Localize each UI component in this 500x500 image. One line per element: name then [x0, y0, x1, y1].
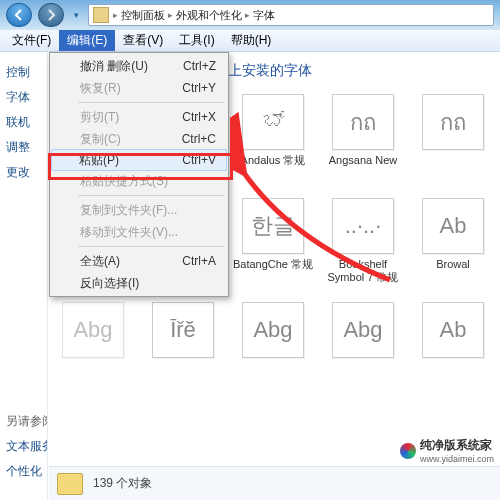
font-label: Bookshelf Symbol 7 常规 [320, 258, 406, 284]
menu-file[interactable]: 文件(F) [4, 30, 59, 51]
font-item[interactable]: Abg [50, 302, 136, 402]
font-item[interactable]: กถAngsana New [320, 94, 406, 194]
font-item[interactable]: Īřĕ [140, 302, 226, 402]
nav-history-dropdown[interactable]: ▾ [70, 10, 82, 20]
menu-copy-to: 复制到文件夹(F)... [52, 199, 226, 221]
font-item[interactable]: ..·..·Bookshelf Symbol 7 常规 [320, 198, 406, 298]
sidebar-link[interactable]: 字体 [0, 85, 47, 110]
font-item[interactable]: Abg [320, 302, 406, 402]
menu-copy: 复制(C)Ctrl+C [52, 128, 226, 150]
menu-invert-selection[interactable]: 反向选择(I) [52, 272, 226, 294]
watermark-logo-icon [400, 443, 416, 459]
font-thumb: Ab [422, 302, 484, 358]
sidebar-link[interactable]: 调整 [0, 135, 47, 160]
font-item[interactable]: Abg [230, 302, 316, 402]
font-thumb: ..·..· [332, 198, 394, 254]
menu-select-all[interactable]: 全选(A)Ctrl+A [52, 250, 226, 272]
breadcrumb[interactable]: ▸ 控制面板 ▸ 外观和个性化 ▸ 字体 [113, 8, 275, 23]
window-titlebar: ▾ ▸ 控制面板 ▸ 外观和个性化 ▸ 字体 [0, 0, 500, 30]
sidebar: 控制 字体 联机 调整 更改 另请参阅 文本服务和输入语言 个性化 [0, 52, 48, 500]
font-thumb: กถ [422, 94, 484, 150]
menu-paste-shortcut: 粘贴快捷方式(S) [52, 170, 226, 192]
font-thumb: ಬ್ [242, 94, 304, 150]
font-item[interactable]: AbBrowal [410, 198, 496, 298]
watermark-url: www.yidaimei.com [420, 454, 494, 464]
sidebar-link[interactable]: 更改 [0, 160, 47, 185]
crumb-0[interactable]: 控制面板 [121, 8, 165, 23]
menu-edit[interactable]: 编辑(E) [59, 30, 115, 51]
sidebar-link[interactable]: 联机 [0, 110, 47, 135]
menu-cut: 剪切(T)Ctrl+X [52, 106, 226, 128]
font-thumb: Īřĕ [152, 302, 214, 358]
menu-tools[interactable]: 工具(I) [171, 30, 222, 51]
font-thumb: Abg [242, 302, 304, 358]
font-label: Andalus 常规 [241, 154, 306, 167]
status-bar: 139 个对象 [49, 466, 500, 500]
folder-icon [57, 473, 83, 495]
menu-redo: 恢复(R)Ctrl+Y [52, 77, 226, 99]
font-thumb: Ab [422, 198, 484, 254]
font-item[interactable]: ಬ್Andalus 常规 [230, 94, 316, 194]
menu-bar: 文件(F) 编辑(E) 查看(V) 工具(I) 帮助(H) [0, 30, 500, 52]
menu-help[interactable]: 帮助(H) [223, 30, 280, 51]
font-label: Angsana New [329, 154, 398, 167]
font-thumb: Abg [62, 302, 124, 358]
menu-paste[interactable]: 粘贴(P)Ctrl+V [51, 149, 227, 171]
sidebar-link[interactable]: 控制 [0, 60, 47, 85]
font-thumb: 한글 [242, 198, 304, 254]
font-label: BatangChe 常规 [233, 258, 313, 271]
sidebar-link-ime[interactable]: 文本服务和输入语言 [0, 434, 47, 459]
crumb-1[interactable]: 外观和个性化 [176, 8, 242, 23]
crumb-2[interactable]: 字体 [253, 8, 275, 23]
menu-undo[interactable]: 撤消 删除(U)Ctrl+Z [52, 55, 226, 77]
see-also-label: 另请参阅 [0, 409, 47, 434]
edit-dropdown: 撤消 删除(U)Ctrl+Z 恢复(R)Ctrl+Y 剪切(T)Ctrl+X 复… [49, 52, 229, 297]
sidebar-link-personalize[interactable]: 个性化 [0, 459, 47, 484]
font-item[interactable]: Ab [410, 302, 496, 402]
watermark: 纯净版系统家 www.yidaimei.com [400, 437, 494, 464]
font-item[interactable]: กถ [410, 94, 496, 194]
address-bar[interactable]: ▸ 控制面板 ▸ 外观和个性化 ▸ 字体 [88, 4, 494, 26]
nav-back-button[interactable] [6, 3, 32, 27]
folder-icon [93, 7, 109, 23]
font-item[interactable]: 한글BatangChe 常规 [230, 198, 316, 298]
font-thumb: กถ [332, 94, 394, 150]
menu-move-to: 移动到文件夹(V)... [52, 221, 226, 243]
watermark-brand: 纯净版系统家 [420, 438, 492, 452]
nav-forward-button[interactable] [38, 3, 64, 27]
menu-view[interactable]: 查看(V) [115, 30, 171, 51]
font-label: Browal [436, 258, 470, 271]
font-thumb: Abg [332, 302, 394, 358]
status-count: 139 个对象 [93, 475, 152, 492]
